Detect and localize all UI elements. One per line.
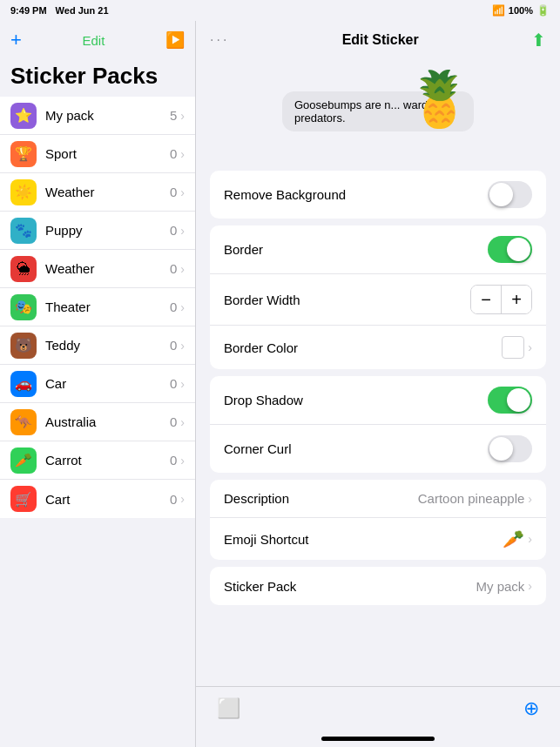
- item-chevron-weather: ›: [180, 185, 185, 199]
- item-label-sport: Sport: [45, 146, 170, 161]
- item-icon-australia: 🦘: [10, 409, 37, 435]
- item-label-weather: Weather: [45, 185, 170, 199]
- settings-row-border: Border: [210, 225, 546, 274]
- sidebar-item-cart[interactable]: 🛒 Cart 0 ›: [0, 480, 195, 518]
- item-chevron-carrot: ›: [180, 454, 185, 468]
- toggle-border[interactable]: [488, 236, 532, 263]
- sidebar-item-carrot[interactable]: 🥕 Carrot 0 ›: [0, 441, 195, 480]
- item-count-theater: 0: [170, 299, 177, 314]
- sidebar-item-weather2[interactable]: 🌦 Weather 0 ›: [0, 250, 195, 288]
- settings-row-border-color: Border Color ›: [210, 326, 546, 369]
- row-label-corner-curl: Corner Curl: [224, 441, 488, 456]
- pineapple-sticker: 🍍: [406, 68, 473, 131]
- item-icon-theater: 🎭: [10, 294, 37, 320]
- item-count-carrot: 0: [170, 453, 177, 468]
- edit-button[interactable]: Edit: [83, 33, 105, 48]
- item-count-australia: 0: [170, 414, 177, 429]
- item-icon-sport: 🏆: [10, 141, 37, 167]
- item-icon-my-pack: ⭐: [10, 103, 37, 129]
- item-icon-puppy: 🐾: [10, 218, 37, 244]
- item-icon-car: 🚗: [10, 371, 37, 397]
- sidebar-item-theater[interactable]: 🎭 Theater 0 ›: [0, 288, 195, 326]
- settings-section-sticker-pack: Sticker Pack My pack ›: [210, 567, 546, 605]
- item-chevron-car: ›: [180, 377, 185, 391]
- row-label-border-color: Border Color: [224, 340, 502, 355]
- item-chevron-my-pack: ›: [180, 109, 185, 123]
- item-icon-teddy: 🐻: [10, 333, 37, 359]
- item-label-my-pack: My pack: [45, 108, 170, 123]
- sidebar-item-teddy[interactable]: 🐻 Teddy 0 ›: [0, 326, 195, 365]
- item-chevron-cart: ›: [180, 492, 185, 506]
- status-time: 9:49 PM: [10, 5, 47, 16]
- emoji-display-emoji-shortcut: 🥕: [503, 528, 524, 549]
- settings-section-background: Remove Background: [210, 171, 546, 219]
- item-count-teddy: 0: [170, 338, 177, 353]
- item-label-puppy: Puppy: [45, 223, 170, 238]
- sidebar-header: + Edit ▶️: [0, 21, 195, 59]
- item-icon-carrot: 🥕: [10, 448, 37, 474]
- item-count-cart: 0: [170, 492, 177, 507]
- settings-section-effects: Drop Shadow Corner Curl: [210, 376, 546, 473]
- item-label-teddy: Teddy: [45, 338, 170, 353]
- settings-row-emoji-shortcut: Emoji Shortcut 🥕 ›: [210, 518, 546, 560]
- bottom-left-icon[interactable]: ⬜: [217, 697, 240, 720]
- settings-row-drop-shadow: Drop Shadow: [210, 376, 546, 425]
- toggle-corner-curl[interactable]: [488, 435, 532, 462]
- toggle-drop-shadow[interactable]: [488, 387, 532, 414]
- row-label-border: Border: [224, 242, 488, 257]
- sidebar-item-car[interactable]: 🚗 Car 0 ›: [0, 365, 195, 403]
- row-label-border-width: Border Width: [224, 293, 470, 307]
- item-label-cart: Cart: [45, 492, 170, 507]
- share-button[interactable]: ⬆: [531, 30, 546, 50]
- row-label-remove-background: Remove Background: [224, 187, 488, 202]
- item-label-carrot: Carrot: [45, 453, 170, 468]
- item-chevron-weather2: ›: [180, 262, 185, 276]
- row-label-description: Description: [224, 491, 418, 506]
- home-indicator: [196, 730, 560, 747]
- item-icon-weather2: 🌦: [10, 256, 37, 282]
- item-count-car: 0: [170, 376, 177, 391]
- item-chevron-theater: ›: [180, 300, 185, 314]
- add-button[interactable]: +: [10, 29, 22, 51]
- status-left: 9:49 PM Wed Jun 21: [10, 5, 109, 16]
- sidebar-item-puppy[interactable]: 🐾 Puppy 0 ›: [0, 212, 195, 250]
- item-label-australia: Australia: [45, 414, 170, 429]
- row-chevron-sticker-pack: ›: [528, 579, 532, 593]
- item-chevron-sport: ›: [180, 147, 185, 161]
- sidebar-item-sport[interactable]: 🏆 Sport 0 ›: [0, 135, 195, 173]
- sidebar-list: ⭐ My pack 5 › 🏆 Sport 0 › ☀️ Weather 0 ›…: [0, 97, 195, 747]
- status-bar: 9:49 PM Wed Jun 21 📶 100% 🔋: [0, 0, 560, 21]
- toggle-remove-background[interactable]: [488, 181, 532, 208]
- row-chevron-border-color: ›: [528, 340, 532, 354]
- battery-level: 100%: [509, 5, 533, 16]
- settings-row-border-width: Border Width − +: [210, 274, 546, 326]
- color-swatch[interactable]: [502, 336, 524, 359]
- settings-row-description: Description Cartoon pineapple ›: [210, 480, 546, 518]
- status-date: Wed Jun 21: [56, 5, 109, 16]
- row-chevron-emoji-shortcut: ›: [528, 532, 532, 546]
- row-chevron-description: ›: [528, 492, 532, 506]
- row-label-emoji-shortcut: Emoji Shortcut: [224, 532, 503, 547]
- item-chevron-puppy: ›: [180, 224, 185, 238]
- play-button[interactable]: ▶️: [165, 30, 185, 50]
- item-count-puppy: 0: [170, 223, 177, 238]
- settings-section-metadata: Description Cartoon pineapple › Emoji Sh…: [210, 480, 546, 560]
- layout: + Edit ▶️ Sticker Packs ⭐ My pack 5 › 🏆 …: [0, 21, 560, 747]
- main-header: ··· Edit Sticker ⬆: [196, 21, 560, 59]
- sidebar-item-australia[interactable]: 🦘 Australia 0 ›: [0, 403, 195, 441]
- stepper-minus[interactable]: −: [471, 286, 501, 313]
- row-value-sticker-pack: My pack: [476, 579, 524, 594]
- home-bar: [321, 737, 435, 741]
- item-label-car: Car: [45, 376, 170, 391]
- item-count-sport: 0: [170, 146, 177, 161]
- row-value-description: Cartoon pineapple: [418, 491, 525, 506]
- bottom-right-icon[interactable]: ⊕: [523, 697, 539, 720]
- sidebar-item-weather[interactable]: ☀️ Weather 0 ›: [0, 173, 195, 212]
- main-title: Edit Sticker: [229, 32, 531, 48]
- sidebar-item-my-pack[interactable]: ⭐ My pack 5 ›: [0, 97, 195, 135]
- row-label-sticker-pack: Sticker Pack: [224, 579, 476, 594]
- stepper-plus[interactable]: +: [502, 286, 531, 313]
- item-icon-cart: 🛒: [10, 486, 37, 512]
- item-count-weather2: 0: [170, 261, 177, 276]
- item-count-my-pack: 5: [170, 108, 177, 123]
